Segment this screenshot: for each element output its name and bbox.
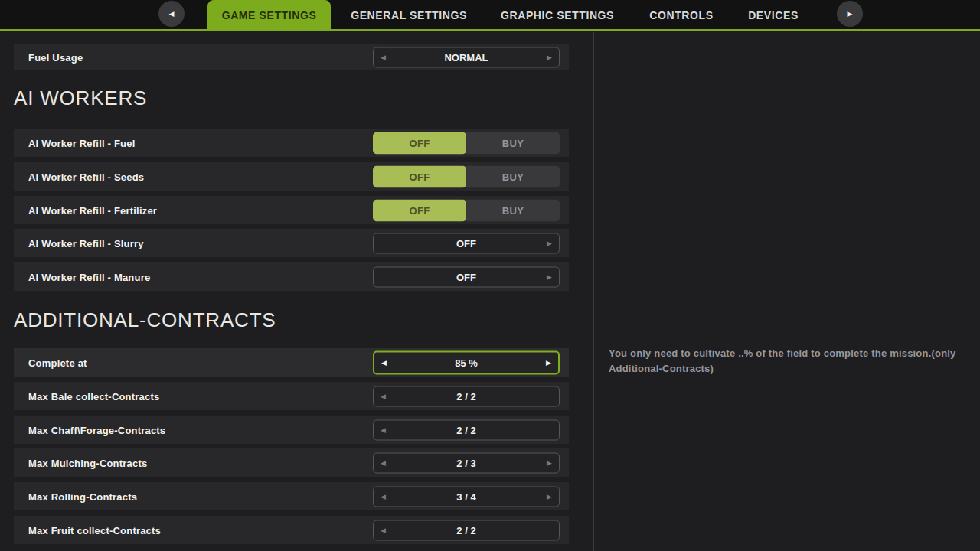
toggle-option-off[interactable]: OFF (373, 199, 466, 221)
setting-row-ai-refill-fertilizer: AI Worker Refill - Fertilizer OFF BUY (14, 196, 569, 224)
max-chaff-forage-contracts-selector[interactable]: ◀ 2 / 2 ▶ (373, 419, 560, 440)
selector-value: OFF (374, 271, 559, 282)
section-title-additional-contracts: ADDITIONAL-CONTRACTS (14, 308, 569, 332)
chevron-left-icon: ◀ (169, 10, 175, 18)
settings-tab-bar: ◀ GAME SETTINGS GENERAL SETTINGS GRAPHIC… (0, 0, 980, 31)
setting-label: Max Chaff\Forage-Contracts (28, 424, 165, 435)
tab-label: GAME SETTINGS (222, 9, 317, 21)
ai-refill-fertilizer-toggle: OFF BUY (373, 199, 560, 221)
tab-label: CONTROLS (649, 9, 713, 21)
setting-row-max-rolling-contracts: Max Rolling-Contracts ◀ 3 / 4 ▶ (14, 482, 569, 510)
setting-row-max-bale-contracts: Max Bale collect-Contracts ◀ 2 / 2 ▶ (14, 382, 569, 410)
option-next-icon[interactable]: ▶ (546, 360, 551, 367)
setting-label: Fuel Usage (28, 51, 83, 63)
ai-refill-fuel-toggle: OFF BUY (373, 132, 560, 154)
tab-label: DEVICES (748, 9, 799, 21)
setting-row-max-chaff-forage-contracts: Max Chaff\Forage-Contracts ◀ 2 / 2 ▶ (14, 416, 569, 444)
tab-general-settings[interactable]: GENERAL SETTINGS (345, 0, 473, 31)
selector-value: 2 / 2 (374, 524, 559, 536)
setting-label: AI Worker Refill - Fertilizer (28, 204, 157, 216)
option-prev-icon[interactable]: ◀ (381, 360, 387, 367)
fuel-usage-selector[interactable]: ◀ NORMAL ▶ (373, 47, 560, 67)
option-prev-icon[interactable]: ◀ (381, 527, 386, 533)
option-prev-icon[interactable]: ◀ (381, 54, 386, 60)
setting-label: AI Worker Refill - Manure (28, 271, 150, 282)
selector-value: 2 / 2 (374, 390, 559, 402)
section-title-ai-workers: AI WORKERS (14, 86, 569, 110)
chevron-right-icon: ▶ (848, 10, 853, 18)
ai-refill-manure-selector[interactable]: ◀ OFF ▶ (373, 266, 560, 287)
selector-value: 2 / 2 (374, 424, 559, 435)
panel-divider (593, 32, 594, 551)
option-next-icon[interactable]: ▶ (547, 54, 552, 60)
option-prev-icon[interactable]: ◀ (381, 493, 386, 500)
setting-label: AI Worker Refill - Fuel (28, 137, 135, 148)
toggle-option-buy[interactable]: BUY (466, 132, 560, 154)
selector-value: 3 / 4 (374, 491, 559, 502)
ai-refill-slurry-selector[interactable]: ◀ OFF ▶ (373, 233, 560, 253)
selector-value: OFF (374, 237, 559, 249)
max-bale-contracts-selector[interactable]: ◀ 2 / 2 ▶ (373, 386, 560, 406)
setting-help-text: You only need to cultivate ..% of the fi… (609, 346, 970, 377)
tab-graphic-settings[interactable]: GRAPHIC SETTINGS (493, 0, 622, 31)
setting-row-ai-refill-slurry: AI Worker Refill - Slurry ◀ OFF ▶ (14, 229, 569, 257)
toggle-option-off[interactable]: OFF (373, 165, 466, 187)
tabs-prev-button[interactable]: ◀ (158, 1, 185, 27)
option-next-icon[interactable]: ▶ (547, 459, 552, 466)
complete-at-selector[interactable]: ◀ 85 % ▶ (373, 351, 560, 375)
setting-row-complete-at: Complete at ◀ 85 % ▶ (14, 348, 569, 377)
tab-devices[interactable]: DEVICES (727, 0, 819, 31)
setting-row-ai-refill-manure: AI Worker Refill - Manure ◀ OFF ▶ (14, 262, 569, 291)
tab-label: GENERAL SETTINGS (351, 9, 467, 21)
setting-row-max-mulching-contracts: Max Mulching-Contracts ◀ 2 / 3 ▶ (14, 448, 569, 477)
setting-row-fuel-usage: Fuel Usage ◀ NORMAL ▶ (14, 44, 569, 70)
setting-row-ai-refill-seeds: AI Worker Refill - Seeds OFF BUY (14, 162, 569, 191)
toggle-option-buy[interactable]: BUY (466, 165, 560, 187)
tab-label: GRAPHIC SETTINGS (501, 9, 614, 21)
max-mulching-contracts-selector[interactable]: ◀ 2 / 3 ▶ (373, 452, 560, 473)
tab-controls[interactable]: CONTROLS (635, 0, 727, 31)
max-fruit-collect-contracts-selector[interactable]: ◀ 2 / 2 ▶ (373, 520, 560, 540)
tab-game-settings[interactable]: GAME SETTINGS (207, 0, 331, 31)
setting-label: Max Rolling-Contracts (28, 491, 137, 502)
selector-value: NORMAL (374, 51, 559, 63)
setting-label: AI Worker Refill - Slurry (28, 237, 144, 249)
max-rolling-contracts-selector[interactable]: ◀ 3 / 4 ▶ (373, 486, 560, 507)
setting-label: Complete at (28, 357, 87, 369)
selector-value: 85 % (374, 357, 558, 369)
option-next-icon[interactable]: ▶ (547, 493, 552, 500)
toggle-option-off[interactable]: OFF (373, 132, 466, 154)
option-prev-icon[interactable]: ◀ (381, 459, 386, 466)
option-prev-icon[interactable]: ◀ (381, 393, 386, 399)
setting-row-ai-refill-fuel: AI Worker Refill - Fuel OFF BUY (14, 129, 569, 157)
selector-value: 2 / 3 (374, 457, 559, 468)
setting-row-max-fruit-collect-contracts: Max Fruit collect-Contracts ◀ 2 / 2 ▶ (14, 516, 569, 544)
setting-label: AI Worker Refill - Seeds (28, 171, 144, 182)
option-next-icon[interactable]: ▶ (547, 240, 552, 246)
option-next-icon[interactable]: ▶ (547, 273, 552, 280)
option-prev-icon[interactable]: ◀ (381, 426, 386, 433)
ai-refill-seeds-toggle: OFF BUY (373, 165, 560, 187)
tabs-next-button[interactable]: ▶ (837, 1, 863, 27)
setting-label: Max Bale collect-Contracts (28, 390, 159, 402)
setting-label: Max Fruit collect-Contracts (28, 524, 161, 536)
toggle-option-buy[interactable]: BUY (466, 199, 560, 221)
setting-label: Max Mulching-Contracts (28, 457, 147, 468)
